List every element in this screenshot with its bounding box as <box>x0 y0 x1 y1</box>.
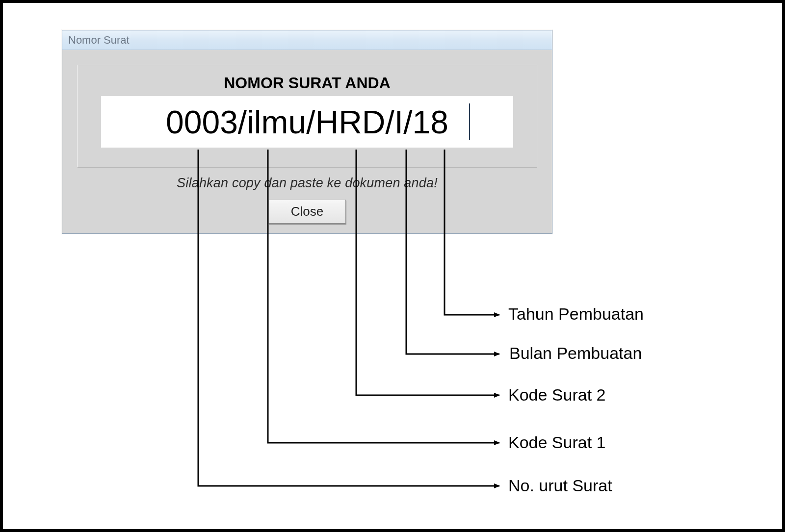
annotation-label-nourut: No. urut Surat <box>508 476 612 495</box>
titlebar[interactable]: Nomor Surat <box>62 30 552 50</box>
window-title: Nomor Surat <box>68 34 130 47</box>
letter-number-field[interactable]: 0003/ilmu/HRD/I/18 <box>101 96 513 148</box>
instruction-text: Silahkan copy dan paste ke dokumen anda! <box>77 176 537 191</box>
annotation-label-tahun: Tahun Pembuatan <box>508 304 644 324</box>
heading: NOMOR SURAT ANDA <box>87 74 527 92</box>
dialog-body: NOMOR SURAT ANDA 0003/ilmu/HRD/I/18 Sila… <box>62 50 552 233</box>
inner-panel: NOMOR SURAT ANDA 0003/ilmu/HRD/I/18 <box>77 65 537 168</box>
close-button[interactable]: Close <box>268 200 346 224</box>
text-cursor-icon <box>469 103 470 140</box>
letter-number-text: 0003/ilmu/HRD/I/18 <box>166 103 448 141</box>
page-frame: Nomor Surat NOMOR SURAT ANDA 0003/ilmu/H… <box>0 0 785 532</box>
annotation-label-kode1: Kode Surat 1 <box>508 433 605 452</box>
annotation-label-kode2: Kode Surat 2 <box>508 385 605 405</box>
annotation-label-bulan: Bulan Pembuatan <box>509 344 642 363</box>
dialog-nomor-surat: Nomor Surat NOMOR SURAT ANDA 0003/ilmu/H… <box>62 30 552 234</box>
